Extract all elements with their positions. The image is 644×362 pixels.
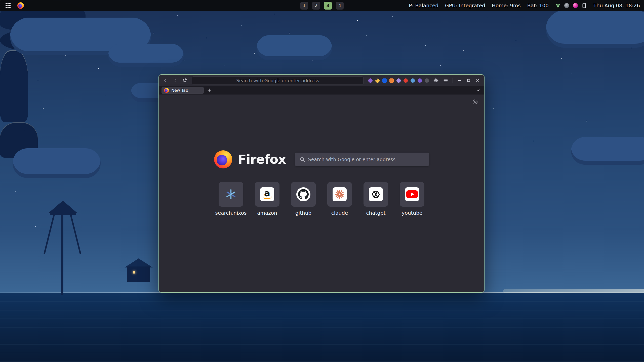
shortcut-youtube[interactable]: youtube xyxy=(400,182,424,216)
menu-button[interactable] xyxy=(441,76,450,84)
extension-icon-4[interactable] xyxy=(389,78,394,83)
extension-icon-5[interactable] xyxy=(396,78,401,83)
clock[interactable]: Thu Aug 08, 18:26 xyxy=(593,3,640,9)
wallpaper-beach xyxy=(503,289,644,293)
claude-tile xyxy=(327,182,352,207)
shortcut-label: github xyxy=(295,210,311,216)
personalize-settings-button[interactable] xyxy=(472,99,478,105)
system-tray xyxy=(555,3,587,8)
wallpaper-cloud xyxy=(546,10,644,48)
workspace-switcher: 1 2 3 4 xyxy=(300,2,344,10)
workspace-button[interactable]: 3 xyxy=(324,2,332,10)
app-launcher-button[interactable] xyxy=(4,2,12,10)
back-icon xyxy=(163,78,168,83)
wallpaper-watchtower xyxy=(48,201,77,213)
extensions-button[interactable] xyxy=(432,76,440,84)
wifi-icon[interactable] xyxy=(555,3,561,8)
shortcut-label: claude xyxy=(331,210,348,216)
extension-icon-8[interactable] xyxy=(418,78,422,83)
close-button[interactable] xyxy=(474,77,481,84)
tray-media-icon[interactable] xyxy=(573,3,578,8)
newtab-search-input[interactable] xyxy=(308,157,424,162)
wallpaper-sea xyxy=(0,293,644,362)
play-icon xyxy=(411,192,414,196)
forward-button[interactable] xyxy=(171,76,179,84)
browser-navbar: Search with Google or enter address xyxy=(159,75,484,86)
extension-icon-7[interactable] xyxy=(411,78,415,83)
url-bar[interactable]: Search with Google or enter address xyxy=(192,77,363,84)
shortcut-github[interactable]: github xyxy=(291,182,316,216)
shortcuts-row: search.nixos a amazon xyxy=(219,182,424,216)
shortcut-label: amazon xyxy=(257,210,277,216)
tab-new-tab[interactable]: New Tab xyxy=(162,87,204,94)
display-icon[interactable] xyxy=(581,3,587,8)
firefox-launcher-button[interactable] xyxy=(17,2,25,10)
gear-icon xyxy=(472,99,478,105)
chatgpt-icon xyxy=(369,187,383,201)
shortcut-claude[interactable]: claude xyxy=(327,182,352,216)
firefox-icon xyxy=(17,2,24,9)
amazon-tile: a xyxy=(255,182,279,207)
tray-status-icon[interactable] xyxy=(564,3,569,8)
wallpaper-hut xyxy=(125,258,153,267)
minimize-button[interactable] xyxy=(456,77,463,84)
shortcut-label: youtube xyxy=(402,210,422,216)
tab-bar: New Tab xyxy=(159,86,484,95)
amazon-smile-arc xyxy=(263,196,272,199)
extension-icon-6[interactable] xyxy=(404,78,408,83)
newtab-search[interactable] xyxy=(295,153,429,166)
new-tab-button[interactable] xyxy=(206,87,213,94)
newtab-hero: Firefox xyxy=(214,150,429,168)
forward-icon xyxy=(173,78,178,83)
nixos-snowflake-icon xyxy=(225,188,237,200)
firefox-wordmark: Firefox xyxy=(238,152,286,167)
wallpaper-cloud xyxy=(571,137,644,165)
back-button[interactable] xyxy=(162,76,170,84)
wallpaper-cloud xyxy=(257,35,332,60)
github-icon xyxy=(296,187,310,201)
nixos-tile xyxy=(219,182,243,207)
reload-button[interactable] xyxy=(181,76,189,84)
text-caret xyxy=(278,78,278,83)
extension-icon-9[interactable] xyxy=(425,78,429,83)
extension-icon-1[interactable] xyxy=(368,78,373,83)
extension-icons xyxy=(367,78,430,83)
firefox-logo xyxy=(214,150,232,168)
list-all-tabs-button[interactable] xyxy=(475,87,481,94)
extension-icon-3[interactable] xyxy=(382,78,387,83)
workspace-button[interactable]: 4 xyxy=(336,2,344,10)
power-profile-module[interactable]: P: Balanced xyxy=(409,3,438,9)
apps-grid-icon xyxy=(5,3,11,9)
shortcut-label: chatgpt xyxy=(366,210,385,216)
maximize-icon xyxy=(467,78,471,82)
claude-icon xyxy=(333,187,347,201)
chatgpt-tile xyxy=(364,182,388,207)
wallpaper-cloud xyxy=(108,44,184,67)
puzzle-icon xyxy=(433,78,439,83)
top-bar: 1 2 3 4 P: Balanced GPU: Integrated Home… xyxy=(0,0,644,11)
battery-module[interactable]: Bat: 100 xyxy=(527,3,549,9)
toolbar-divider xyxy=(453,78,453,83)
workspace-button[interactable]: 1 xyxy=(300,2,308,10)
reload-icon xyxy=(182,78,187,83)
firefox-window: Search with Google or enter address xyxy=(158,74,485,293)
ping-module[interactable]: Home: 9ms xyxy=(492,3,521,9)
hamburger-menu-icon xyxy=(443,78,448,83)
amazon-icon: a xyxy=(260,187,274,201)
youtube-icon xyxy=(405,187,419,201)
search-icon xyxy=(300,157,305,162)
tab-title: New Tab xyxy=(171,88,188,93)
shortcut-amazon[interactable]: a amazon xyxy=(255,182,279,216)
wallpaper-cloud xyxy=(13,148,101,178)
shortcut-chatgpt[interactable]: chatgpt xyxy=(364,182,388,216)
close-icon xyxy=(476,78,480,82)
tab-favicon-firefox xyxy=(164,88,169,93)
desktop: { "colors": { "workspace_active_bg": "#8… xyxy=(0,0,644,362)
chevron-down-icon xyxy=(476,88,480,92)
gpu-module[interactable]: GPU: Integrated xyxy=(445,3,485,9)
shortcut-search-nixos[interactable]: search.nixos xyxy=(219,182,243,216)
extension-icon-2[interactable] xyxy=(375,78,380,83)
maximize-button[interactable] xyxy=(465,77,472,84)
plus-icon xyxy=(207,88,211,92)
workspace-button[interactable]: 2 xyxy=(312,2,320,10)
